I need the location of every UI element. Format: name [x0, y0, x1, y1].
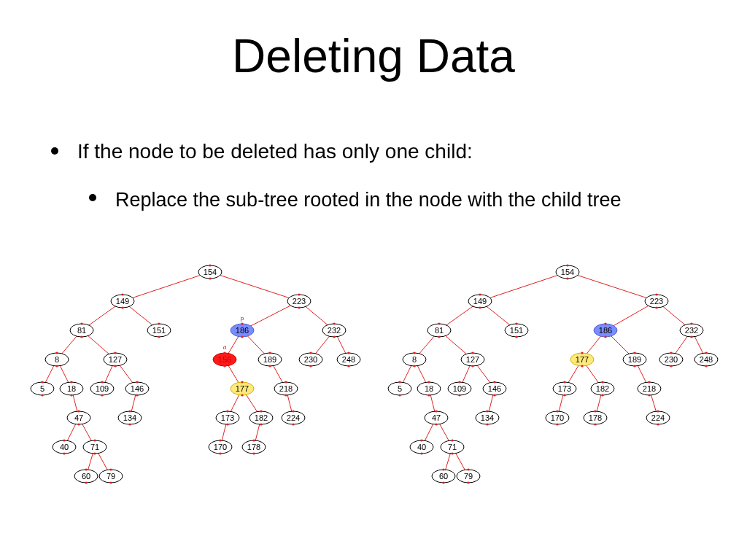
- tree-node: 127: [104, 353, 127, 366]
- svg-point-147: [109, 468, 112, 470]
- bullet-2-text: Replace the sub-tree rooted in the node …: [115, 187, 621, 213]
- svg-point-294: [467, 481, 469, 483]
- svg-point-247: [604, 322, 606, 324]
- svg-point-258: [633, 365, 635, 367]
- svg-line-1: [210, 272, 299, 301]
- svg-point-288: [420, 452, 422, 454]
- svg-point-116: [41, 394, 43, 396]
- tree-node: 8: [403, 353, 426, 366]
- tree-node: 182: [591, 382, 614, 395]
- svg-text:8: 8: [412, 355, 417, 364]
- svg-point-283: [594, 410, 596, 412]
- svg-text:182: 182: [596, 384, 609, 393]
- svg-point-140: [93, 452, 96, 454]
- svg-text:40: 40: [417, 443, 426, 451]
- svg-point-251: [413, 351, 415, 354]
- tree-node: 8: [45, 353, 69, 366]
- svg-text:p: p: [241, 315, 244, 322]
- svg-point-114: [347, 365, 349, 367]
- svg-point-254: [471, 365, 473, 367]
- svg-point-287: [420, 439, 422, 441]
- tree-node: 218: [274, 382, 298, 395]
- svg-point-143: [252, 439, 255, 441]
- svg-text:230: 230: [665, 355, 678, 364]
- svg-point-246: [515, 335, 517, 338]
- svg-point-266: [427, 394, 430, 396]
- svg-point-144: [252, 452, 255, 454]
- svg-point-260: [670, 365, 672, 367]
- svg-text:223: 223: [650, 297, 663, 306]
- tree-node: 186: [594, 324, 617, 337]
- svg-point-99: [241, 322, 243, 324]
- svg-text:248: 248: [342, 355, 355, 364]
- svg-point-95: [80, 322, 82, 324]
- tree-diagrams: 1541492238115118623281271561892302485181…: [29, 259, 718, 521]
- svg-point-249: [690, 322, 692, 324]
- svg-text:47: 47: [432, 413, 441, 422]
- svg-line-151: [480, 272, 568, 301]
- svg-point-282: [556, 423, 558, 425]
- svg-point-286: [657, 423, 659, 425]
- tree-node: 177: [231, 382, 254, 395]
- svg-point-131: [226, 410, 228, 412]
- tree-node: 149: [468, 295, 492, 308]
- svg-point-89: [209, 264, 211, 266]
- svg-text:170: 170: [214, 443, 227, 451]
- bullet-level-1: If the node to be deleted has only one c…: [51, 139, 711, 165]
- svg-point-256: [581, 365, 583, 367]
- svg-point-290: [451, 452, 453, 454]
- svg-point-100: [241, 335, 243, 338]
- tree-node: 151: [505, 324, 528, 337]
- svg-point-275: [648, 381, 650, 383]
- svg-text:154: 154: [561, 268, 574, 276]
- svg-point-240: [479, 306, 481, 308]
- tree-node: 154: [556, 265, 579, 279]
- svg-text:173: 173: [558, 384, 571, 393]
- svg-point-262: [705, 365, 707, 367]
- tree-node: 173: [553, 382, 576, 395]
- svg-text:146: 146: [131, 384, 144, 393]
- svg-point-136: [292, 423, 294, 425]
- svg-point-137: [63, 439, 65, 441]
- svg-point-119: [101, 381, 103, 383]
- tree-node: 224: [646, 411, 670, 424]
- svg-text:109: 109: [453, 384, 466, 393]
- svg-point-112: [309, 365, 311, 367]
- tree-node: 232: [322, 324, 346, 337]
- tree-node: 60: [432, 470, 455, 483]
- svg-text:151: 151: [152, 326, 166, 335]
- svg-point-268: [458, 394, 460, 396]
- svg-point-123: [241, 381, 243, 383]
- svg-point-124: [241, 394, 243, 396]
- svg-point-146: [85, 481, 87, 483]
- svg-point-130: [128, 423, 131, 425]
- svg-point-263: [398, 381, 400, 383]
- svg-text:127: 127: [466, 355, 479, 364]
- svg-text:5: 5: [398, 384, 402, 393]
- svg-point-277: [435, 410, 437, 412]
- svg-point-285: [657, 410, 659, 412]
- tree-node: 40: [410, 440, 433, 454]
- svg-point-245: [515, 322, 517, 324]
- tree-node: 40: [53, 440, 76, 454]
- svg-point-244: [438, 335, 440, 338]
- svg-text:127: 127: [109, 355, 122, 364]
- tree-node: 151: [147, 324, 171, 337]
- tree-node: 232: [680, 324, 703, 337]
- svg-point-96: [80, 335, 82, 338]
- svg-text:223: 223: [293, 297, 306, 306]
- tree-node: 177: [570, 353, 594, 366]
- svg-text:151: 151: [510, 326, 523, 335]
- svg-point-98: [158, 335, 160, 338]
- svg-text:5: 5: [40, 384, 44, 393]
- svg-point-97: [158, 322, 160, 324]
- tree-node: 146: [125, 382, 149, 395]
- svg-text:71: 71: [448, 443, 457, 451]
- svg-text:178: 178: [247, 443, 260, 451]
- tree-node: 109: [448, 382, 471, 395]
- svg-text:134: 134: [123, 413, 136, 422]
- svg-text:71: 71: [90, 443, 99, 451]
- svg-point-106: [114, 365, 116, 367]
- tree-node: 223: [287, 295, 311, 308]
- tree-node: 189: [258, 353, 282, 366]
